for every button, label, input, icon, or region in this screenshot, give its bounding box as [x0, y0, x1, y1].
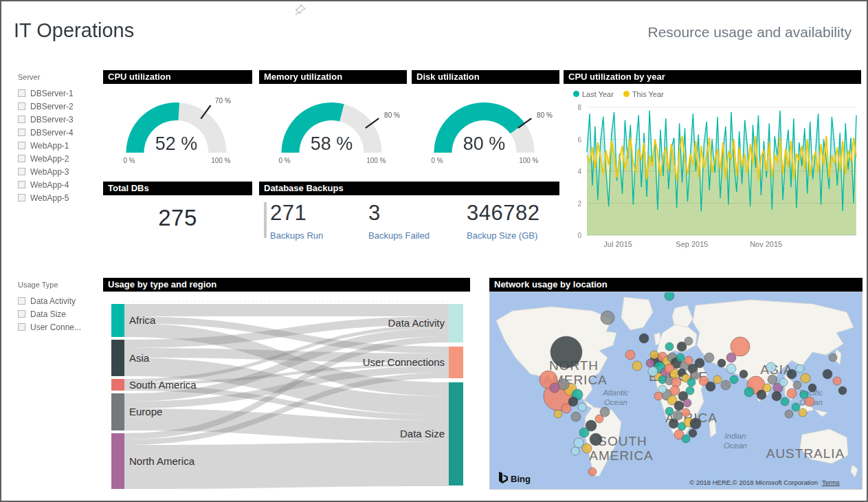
page-title: IT Operations [14, 19, 134, 42]
disk-gauge-chart[interactable]: 80 %80 %0 %100 % [412, 84, 559, 166]
checkbox[interactable] [18, 297, 25, 305]
visual-title: Usage by type and region [103, 278, 470, 292]
backups-failed-label: Backups Failed [368, 230, 467, 241]
slicer-item[interactable]: WebApp-5 [18, 191, 102, 204]
slicer-item[interactable]: DBServer-1 [18, 87, 102, 100]
svg-text:Ocean: Ocean [604, 398, 627, 406]
slicer-item-label: WebApp-2 [30, 154, 69, 164]
svg-text:North America: North America [129, 455, 195, 467]
legend-label: Last Year [582, 90, 614, 98]
slicer-item-label: WebApp-4 [30, 180, 69, 190]
cpu-utilization-gauge: CPU utilization 70 %52 %0 %100 % [103, 70, 252, 169]
cpu-by-year-chart-visual: CPU utilization by year Last YearThis Ye… [564, 70, 861, 259]
server-slicer-items: DBServer-1DBServer-2DBServer-3DBServer-4… [18, 87, 102, 204]
cpu-by-year-line-chart[interactable]: 02468Jul 2015Sep 2015Nov 2015 [564, 99, 861, 256]
slicer-item[interactable]: DBServer-4 [18, 126, 102, 139]
checkbox[interactable] [18, 102, 25, 110]
svg-text:0 %: 0 % [124, 157, 135, 164]
svg-text:58 %: 58 % [311, 133, 353, 154]
backups-run-value: 271 [270, 201, 368, 226]
server-slicer: Server DBServer-1DBServer-2DBServer-3DBS… [18, 73, 102, 204]
server-slicer-label: Server [18, 73, 102, 81]
svg-text:100 %: 100 % [366, 157, 386, 164]
backups-run-label: Backups Run [270, 230, 368, 241]
svg-text:6: 6 [577, 136, 581, 144]
visual-title: Total DBs [103, 182, 252, 195]
backups-run-item: 271 Backups Run [270, 201, 368, 241]
slicer-item[interactable]: WebApp-3 [18, 165, 102, 178]
slicer-item[interactable]: WebApp-1 [18, 139, 102, 152]
total-dbs-card: Total DBs 275 [103, 182, 252, 243]
checkbox[interactable] [18, 323, 25, 331]
usage-type-slicer-items: Data ActivityData SizeUser Conne... [18, 294, 102, 334]
checkbox[interactable] [18, 310, 25, 318]
page-subtitle: Resource usage and availability [647, 24, 852, 41]
pin-icon[interactable] [293, 3, 308, 18]
svg-text:Sep 2015: Sep 2015 [676, 240, 708, 248]
slicer-item-label: Data Size [30, 309, 66, 319]
svg-text:Data Activity: Data Activity [388, 317, 445, 329]
backup-size-value: 346782 [467, 201, 539, 226]
svg-text:AUSTRALIA: AUSTRALIA [766, 446, 845, 461]
svg-text:Nov 2015: Nov 2015 [750, 240, 782, 248]
slicer-item-label: WebApp-5 [30, 193, 69, 203]
usage-sankey-chart[interactable]: AfricaAsiaSouth AmericaEuropeNorth Ameri… [103, 292, 470, 495]
map-terms-link[interactable]: Terms [822, 479, 840, 486]
checkbox[interactable] [18, 129, 25, 136]
svg-text:80 %: 80 % [537, 111, 553, 119]
disk-utilization-gauge: Disk utilization 80 %80 %0 %100 % [412, 70, 559, 169]
backup-size-label: Backup Size (GB) [467, 230, 539, 241]
database-backups-card: Database Backups 271 Backups Run 3 Backu… [259, 182, 559, 243]
svg-text:South America: South America [129, 379, 197, 391]
checkbox[interactable] [18, 168, 25, 175]
svg-text:0 %: 0 % [432, 157, 443, 164]
svg-text:70 %: 70 % [215, 97, 231, 105]
checkbox[interactable] [18, 155, 25, 162]
svg-text:0 %: 0 % [279, 157, 291, 164]
usage-type-slicer: Usage Type Data ActivityData SizeUser Co… [18, 281, 102, 334]
legend-dot [573, 91, 579, 97]
svg-text:Asia: Asia [129, 352, 150, 364]
visual-title: Memory utilization [259, 70, 407, 84]
slicer-item-label: WebApp-3 [30, 167, 69, 177]
slicer-item-label: DBServer-3 [30, 115, 74, 124]
legend-item[interactable]: This Year [623, 90, 664, 98]
svg-text:Data Size: Data Size [400, 428, 445, 439]
chart-legend: Last YearThis Year [564, 84, 861, 99]
slicer-item[interactable]: WebApp-2 [18, 152, 102, 165]
checkbox[interactable] [18, 194, 25, 201]
slicer-item-label: Data Activity [30, 296, 76, 306]
slicer-item[interactable]: User Conne... [18, 320, 102, 334]
svg-text:Atlantic: Atlantic [602, 389, 629, 397]
visual-title: Network usage by location [489, 278, 863, 292]
legend-label: This Year [632, 90, 664, 98]
svg-text:100 %: 100 % [519, 157, 538, 164]
svg-text:Europe: Europe [129, 406, 162, 417]
memory-gauge-chart[interactable]: 80 %58 %0 %100 % [259, 84, 407, 166]
map-attribution: © 2018 HERE,© 2018 Microsoft Corporation [689, 479, 818, 486]
slicer-item[interactable]: DBServer-2 [18, 100, 102, 113]
checkbox[interactable] [18, 89, 25, 97]
slicer-item[interactable]: DBServer-3 [18, 113, 102, 126]
slicer-item[interactable]: WebApp-4 [18, 178, 102, 191]
slicer-item-label: WebApp-1 [30, 141, 69, 151]
usage-by-type-region-visual: Usage by type and region AfricaAsiaSouth… [103, 278, 470, 498]
checkbox[interactable] [18, 181, 25, 188]
cpu-gauge-chart[interactable]: 70 %52 %0 %100 % [103, 84, 252, 166]
network-usage-map-visual: Network usage by location NORTHAMERICASO… [489, 278, 863, 492]
slicer-item-label: DBServer-2 [30, 102, 74, 111]
usage-type-slicer-label: Usage Type [18, 281, 102, 289]
card-accent-bar [264, 202, 267, 238]
checkbox[interactable] [18, 116, 25, 123]
network-usage-map[interactable]: NORTHAMERICASOUTHAMERICAEUROPEAFRICAASIA… [489, 292, 863, 490]
slicer-item[interactable]: Data Size [18, 307, 102, 320]
slicer-item-label: DBServer-1 [30, 89, 74, 98]
svg-text:52 %: 52 % [155, 133, 198, 154]
svg-text:User Connections: User Connections [363, 356, 445, 368]
slicer-item[interactable]: Data Activity [18, 294, 102, 307]
svg-text:SOUTH: SOUTH [598, 434, 647, 448]
checkbox[interactable] [18, 142, 25, 149]
svg-text:8: 8 [577, 104, 581, 111]
svg-text:Ocean: Ocean [724, 441, 747, 450]
legend-item[interactable]: Last Year [573, 90, 614, 98]
